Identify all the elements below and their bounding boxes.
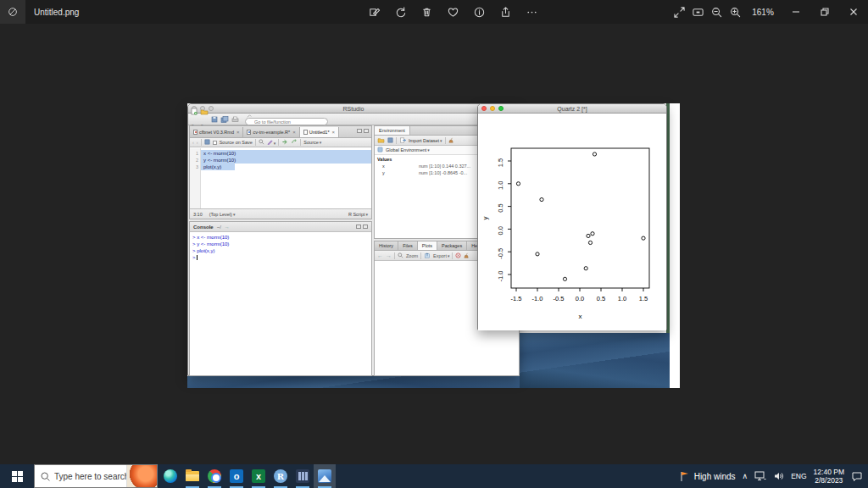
console-caret bbox=[197, 255, 198, 260]
tab-packages[interactable]: Packages bbox=[437, 241, 467, 250]
quartz-window: Quartz 2 [*] -1.5-1.0-0.50.00.51.01.5-1.… bbox=[477, 103, 667, 330]
run-button[interactable] bbox=[281, 139, 288, 146]
taskbar-app-edge[interactable] bbox=[159, 464, 181, 488]
save-workspace-icon[interactable] bbox=[387, 137, 393, 144]
clear-plots-icon[interactable] bbox=[464, 252, 470, 259]
close-tab-icon[interactable] bbox=[332, 130, 336, 135]
code-lines: x <- rnorm(10) y <- rnorm(10) plot(x,y) bbox=[201, 148, 371, 208]
close-tab-icon[interactable] bbox=[292, 130, 296, 135]
import-dataset-icon bbox=[399, 137, 406, 144]
volume-icon[interactable] bbox=[773, 471, 784, 481]
tab-files[interactable]: Files bbox=[398, 241, 418, 250]
code-line: y <- rnorm(10) bbox=[201, 157, 371, 164]
editor-tabbar: cfbnet V0.3.Rmd cv-tm-example.R* Untitle… bbox=[190, 126, 371, 138]
remove-plot-icon[interactable] bbox=[455, 252, 461, 259]
taskbar-app-outlook[interactable]: o bbox=[225, 464, 248, 488]
print-button[interactable] bbox=[231, 116, 239, 123]
tab-plots[interactable]: Plots bbox=[418, 241, 437, 250]
clock[interactable]: 12:40 PM 2/8/2023 bbox=[814, 468, 844, 485]
var-name: y bbox=[375, 170, 419, 175]
taskbar: o x R High winds ∧ ENG 12:40 PM 2/8/2023 bbox=[0, 464, 868, 488]
close-tab-icon[interactable] bbox=[236, 130, 240, 135]
tab-history[interactable]: History bbox=[375, 241, 398, 250]
taskbar-search[interactable] bbox=[34, 464, 158, 488]
code-editor[interactable]: 1 2 3 x <- rnorm(10) y <- rnorm(10) plot… bbox=[190, 148, 371, 208]
system-tray: High winds ∧ ENG 12:40 PM 2/8/2023 bbox=[680, 468, 868, 485]
zoom-in-icon bbox=[729, 6, 742, 19]
show-hidden-icons-button[interactable]: ∧ bbox=[743, 472, 748, 480]
search-highlight-image[interactable] bbox=[126, 465, 157, 487]
share-button[interactable] bbox=[496, 2, 515, 22]
editor-tab-3[interactable]: Untitled1* bbox=[300, 127, 339, 137]
favorite-button[interactable] bbox=[443, 2, 462, 22]
ocean-wallpaper-right bbox=[520, 333, 670, 388]
code-tools-icon[interactable] bbox=[267, 139, 276, 146]
load-workspace-icon[interactable] bbox=[377, 137, 385, 144]
save-source-button[interactable] bbox=[204, 139, 210, 146]
untitled-file-icon bbox=[303, 130, 308, 135]
taskbar-app-file-explorer[interactable] bbox=[181, 464, 203, 488]
rstudio-main-toolbar bbox=[188, 114, 519, 125]
photos-view-controls: 161% bbox=[670, 0, 868, 24]
console-output[interactable]: > x <- rnorm(10)> y <- rnorm(10)> plot(x… bbox=[190, 232, 371, 263]
excel-icon: x bbox=[252, 469, 265, 483]
taskbar-app-rstudio[interactable]: R bbox=[270, 464, 292, 488]
language-indicator[interactable]: ENG bbox=[791, 472, 806, 480]
zoom-in-button[interactable] bbox=[726, 2, 744, 22]
export-button[interactable]: Export bbox=[433, 253, 449, 258]
global-environment-selector[interactable]: Global Environment bbox=[386, 147, 430, 152]
photo-canvas[interactable]: RStudio cfbnet V0.3.Rmd bbox=[0, 24, 868, 464]
r-cube-icon bbox=[377, 147, 383, 153]
image-filename: Untitled.png bbox=[34, 8, 79, 17]
goto-file-search[interactable] bbox=[245, 112, 328, 127]
delete-button[interactable] bbox=[417, 2, 436, 22]
zoom-out-button[interactable] bbox=[707, 2, 726, 22]
minimize-button[interactable] bbox=[782, 0, 810, 24]
scope-selector[interactable]: (Top Level) bbox=[209, 212, 236, 217]
open-in-window-icon[interactable]: → bbox=[225, 225, 230, 230]
next-plot-icon[interactable]: → bbox=[386, 252, 392, 258]
rotate-button[interactable] bbox=[391, 2, 409, 22]
edit-image-button[interactable] bbox=[364, 2, 383, 22]
import-dataset-button[interactable]: Import Dataset bbox=[409, 138, 442, 143]
editor-statusbar: 3:10 (Top Level) R Script bbox=[190, 208, 371, 219]
close-button[interactable] bbox=[839, 0, 868, 24]
taskbar-app-remote-window[interactable] bbox=[292, 464, 314, 488]
svg-text:-1.0: -1.0 bbox=[497, 271, 504, 282]
file-info-button[interactable] bbox=[470, 2, 488, 22]
more-options-button[interactable] bbox=[522, 2, 541, 22]
clear-environment-icon[interactable] bbox=[448, 137, 454, 144]
back-icon[interactable]: ‹ bbox=[192, 140, 194, 145]
action-center-button[interactable] bbox=[851, 471, 863, 482]
editor-tab-1[interactable]: cfbnet V0.3.Rmd bbox=[190, 127, 243, 137]
pane-window-controls[interactable] bbox=[356, 225, 368, 229]
taskbar-app-photos[interactable] bbox=[314, 464, 336, 488]
see-all-photos-button[interactable] bbox=[0, 0, 25, 24]
previous-plot-icon[interactable]: ← bbox=[377, 252, 383, 258]
taskbar-app-excel[interactable]: x bbox=[248, 464, 270, 488]
editor-tab-2[interactable]: cv-tm-example.R* bbox=[243, 127, 299, 137]
source-on-save-checkbox[interactable] bbox=[213, 141, 217, 145]
source-editor-pane: cfbnet V0.3.Rmd cv-tm-example.R* Untitle… bbox=[189, 125, 372, 219]
taskbar-app-chrome[interactable] bbox=[203, 464, 225, 488]
search-input[interactable] bbox=[51, 472, 126, 481]
tab-label: Untitled1* bbox=[309, 130, 330, 135]
tab-environment[interactable]: Environment bbox=[375, 126, 410, 135]
save-button[interactable] bbox=[211, 116, 218, 123]
rerun-button[interactable] bbox=[291, 139, 298, 146]
svg-text:-1.5: -1.5 bbox=[511, 295, 522, 302]
forward-icon[interactable]: › bbox=[197, 140, 198, 145]
source-button[interactable]: Source bbox=[303, 140, 321, 145]
pane-window-controls[interactable] bbox=[357, 129, 369, 133]
zoom-plot-button[interactable]: Zoom bbox=[406, 253, 418, 258]
find-icon[interactable] bbox=[259, 139, 264, 146]
filetype-selector[interactable]: R Script bbox=[348, 212, 368, 217]
slideshow-button[interactable] bbox=[688, 2, 707, 22]
save-all-button[interactable] bbox=[220, 116, 229, 123]
network-icon[interactable] bbox=[754, 471, 766, 481]
weather-widget[interactable]: High winds bbox=[680, 471, 736, 482]
fullscreen-button[interactable] bbox=[670, 2, 688, 22]
goto-file-input[interactable] bbox=[245, 118, 328, 125]
maximize-restore-button[interactable] bbox=[810, 0, 839, 24]
start-button[interactable] bbox=[0, 464, 34, 488]
